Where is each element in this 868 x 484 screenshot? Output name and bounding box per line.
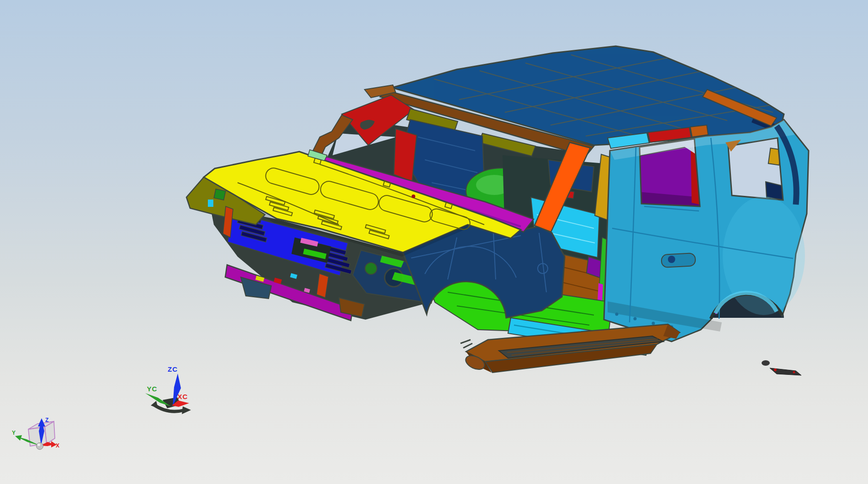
wcs-triad[interactable]: ZC YC XC [145,365,191,414]
wcs-x-label: XC [178,393,188,400]
hood-latch-dot [412,195,415,198]
part-rail-orange[interactable] [690,125,708,137]
triad-z-arrowhead [38,418,45,426]
door-handle-recess[interactable] [661,253,695,268]
part-green-block[interactable] [214,189,226,200]
wcs-rotate-arrowhead [182,406,191,414]
view-orientation-triad[interactable]: Z Y X [12,417,59,450]
board-front-stubs [460,340,472,348]
part-debris-fragments[interactable] [762,360,801,375]
part-teal-sliver[interactable] [208,200,213,207]
debris-dot-red-1 [774,368,777,371]
triad-x-label: X [56,442,59,449]
wcs-z-label: ZC [168,365,178,373]
frame-hole-green [365,263,377,274]
door-handle-blob [668,256,675,263]
triad-y-arrowhead [15,435,22,441]
cad-viewport[interactable]: ZC YC XC Z Y X [0,0,868,484]
triad-sphere-highlight [37,443,40,446]
debris-dot-red-2 [793,371,795,374]
triad-origin-sphere [37,443,43,450]
wcs-rotate-arrowhead-2 [151,401,158,408]
debris-small[interactable] [762,360,770,366]
triad-z-label: Z [45,417,48,423]
triad-y-label: Y [12,430,16,436]
wcs-y-label: YC [147,385,158,393]
part-bpillar-inner-red[interactable] [394,129,417,182]
